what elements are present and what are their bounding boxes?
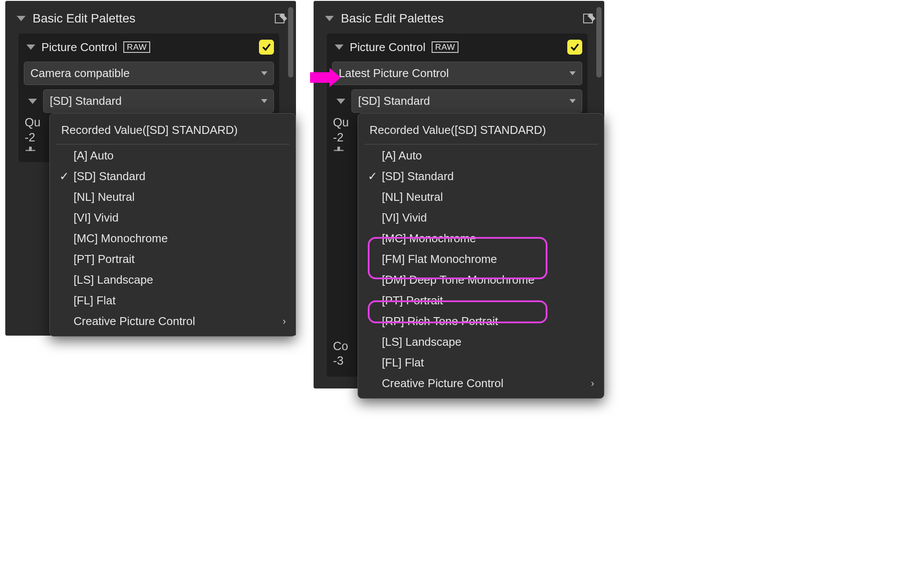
disclosure-triangle-icon[interactable] — [17, 16, 26, 21]
menu-item-neutral[interactable]: [NL] Neutral — [50, 187, 296, 207]
section-title: Basic Edit Palettes — [341, 11, 444, 26]
picture-control-dropdown: Recorded Value([SD] STANDARD) [A] Auto ✓… — [358, 113, 604, 399]
menu-recorded-value[interactable]: Recorded Value([SD] STANDARD) — [50, 117, 296, 143]
picture-control-dropdown: Recorded Value([SD] STANDARD) [A] Auto ✓… — [49, 113, 296, 337]
menu-item-deep-tone-monochrome[interactable]: [DM] Deep Tone Monochrome — [358, 270, 604, 290]
section-title: Basic Edit Palettes — [33, 11, 135, 26]
disclosure-triangle-icon[interactable] — [336, 99, 345, 104]
menu-item-standard[interactable]: ✓[SD] Standard — [50, 166, 296, 187]
menu-item-monochrome[interactable]: [MC] Monochrome — [50, 228, 296, 249]
raw-badge: RAW — [123, 41, 150, 53]
slider-icon — [26, 148, 39, 154]
menu-item-flat-monochrome[interactable]: [FM] Flat Monochrome — [358, 249, 604, 270]
menu-separator — [56, 144, 289, 144]
picture-control-value: [SD] Standard — [50, 94, 122, 108]
menu-item-neutral[interactable]: [NL] Neutral — [358, 187, 604, 207]
sub-title: Picture Control — [350, 41, 425, 54]
raw-badge: RAW — [432, 41, 458, 53]
compat-select[interactable]: Latest Picture Control — [332, 62, 582, 85]
checkmark-icon: ✓ — [59, 170, 69, 183]
menu-item-rich-tone-portrait[interactable]: [RP] Rich Tone Portrait — [358, 311, 604, 332]
menu-item-creative[interactable]: Creative Picture Control› — [50, 311, 296, 332]
picture-control-select[interactable]: [SD] Standard — [351, 89, 582, 113]
menu-item-landscape[interactable]: [LS] Landscape — [50, 270, 296, 290]
disclosure-triangle-icon[interactable] — [28, 99, 37, 104]
picture-control-value: [SD] Standard — [358, 94, 430, 108]
scrollbar[interactable] — [288, 7, 293, 78]
slider-icon — [334, 148, 347, 154]
brush-tool-icon[interactable] — [274, 11, 288, 26]
chevron-right-icon: › — [591, 378, 594, 389]
disclosure-triangle-icon[interactable] — [335, 44, 344, 50]
brush-tool-icon[interactable] — [582, 11, 596, 26]
chevron-right-icon: › — [283, 316, 286, 327]
panel-right: Basic Edit Palettes Picture Control RAW … — [314, 1, 604, 388]
menu-item-vivid[interactable]: [VI] Vivid — [358, 207, 604, 228]
menu-item-flat[interactable]: [FL] Flat — [358, 352, 604, 373]
menu-separator — [364, 144, 598, 144]
annotation-arrow-icon — [310, 68, 341, 87]
menu-item-landscape[interactable]: [LS] Landscape — [358, 332, 604, 352]
sub-title: Picture Control — [41, 41, 117, 54]
chevron-down-icon — [261, 71, 267, 75]
menu-item-standard[interactable]: ✓[SD] Standard — [358, 166, 604, 187]
disclosure-triangle-icon[interactable] — [325, 16, 334, 21]
compat-select-value: Latest Picture Control — [339, 67, 449, 80]
menu-item-flat[interactable]: [FL] Flat — [50, 290, 296, 311]
picture-control-select[interactable]: [SD] Standard — [43, 89, 274, 113]
menu-item-auto[interactable]: [A] Auto — [50, 145, 296, 166]
compat-select[interactable]: Camera compatible — [24, 62, 274, 85]
chevron-down-icon — [569, 99, 576, 103]
disclosure-triangle-icon[interactable] — [26, 44, 35, 50]
scrollbar[interactable] — [596, 7, 602, 78]
menu-item-creative[interactable]: Creative Picture Control› — [358, 373, 604, 394]
menu-item-vivid[interactable]: [VI] Vivid — [50, 207, 296, 228]
section-header[interactable]: Basic Edit Palettes — [13, 6, 288, 33]
enable-checkbox[interactable] — [567, 40, 582, 55]
section-header[interactable]: Basic Edit Palettes — [322, 6, 596, 33]
panel-left: Basic Edit Palettes Picture Control RAW … — [5, 1, 296, 336]
enable-checkbox[interactable] — [259, 40, 274, 55]
menu-item-monochrome[interactable]: [MC] Monochrome — [358, 228, 604, 249]
chevron-down-icon — [569, 71, 576, 75]
menu-item-portrait[interactable]: [PT] Portrait — [50, 249, 296, 270]
menu-recorded-value[interactable]: Recorded Value([SD] STANDARD) — [358, 117, 604, 143]
chevron-down-icon — [261, 99, 267, 103]
menu-item-auto[interactable]: [A] Auto — [358, 145, 604, 166]
compat-select-value: Camera compatible — [30, 67, 129, 80]
checkmark-icon: ✓ — [368, 170, 377, 183]
menu-item-portrait[interactable]: [PT] Portrait — [358, 290, 604, 311]
